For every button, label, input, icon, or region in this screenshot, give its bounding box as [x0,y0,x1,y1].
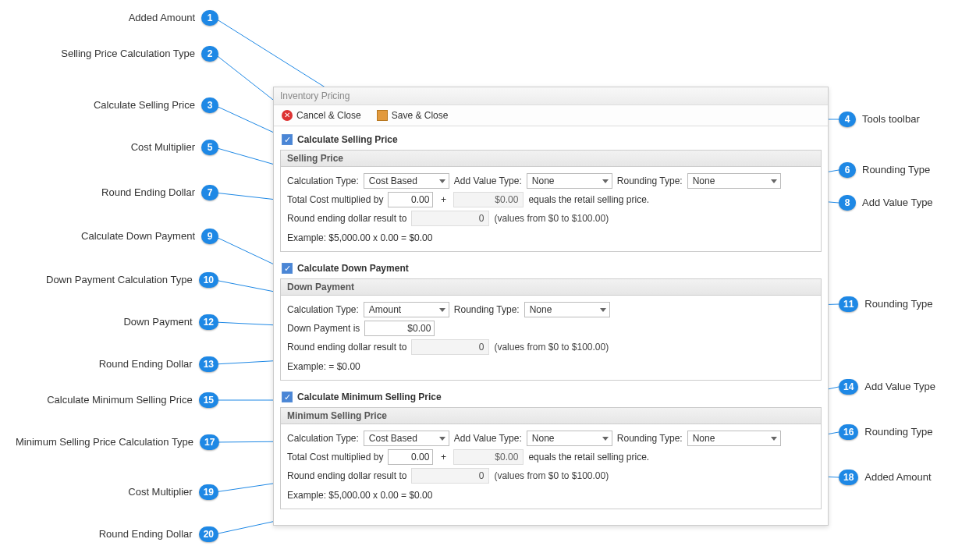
calc-down-payment-label: Calculate Down Payment [297,263,409,274]
sp-mult-tail: equals the retail selling price. [528,194,649,205]
save-close-label: Save & Close [392,110,449,121]
dp-round-ending-input[interactable]: 0 [411,339,489,355]
sp-calc-type-lbl: Calculation Type: [287,175,359,186]
sp-add-val-lbl: Add Value Type: [454,175,522,186]
msp-round-lbl: Round ending dollar result to [287,470,406,481]
calc-selling-price-label: Calculate Selling Price [297,134,398,145]
calc-msp-checkbox[interactable] [282,392,293,402]
tools-toolbar: ✕ Cancel & Close Save & Close [274,105,828,126]
cancel-close-button[interactable]: ✕ Cancel & Close [279,108,364,122]
msp-add-val-lbl: Add Value Type: [454,433,522,444]
sp-example: Example: $5,000.00 x 0.00 = $0.00 [287,228,815,245]
inventory-pricing-window: Inventory Pricing ✕ Cancel & Close Save … [273,87,829,526]
dp-round-type-lbl: Rounding Type: [454,304,520,315]
chevron-down-icon [602,437,609,441]
window-title: Inventory Pricing [274,87,828,105]
callout-5: Cost Multiplier5 [16,140,218,155]
msp-added-amount-input[interactable]: $0.00 [453,449,524,465]
down-payment-header: Down Payment [281,279,821,296]
callout-17: Minimum Selling Price Calculation Type17 [16,434,218,450]
msp-round-type-lbl: Rounding Type: [617,433,683,444]
msp-add-value-select[interactable]: None [527,431,612,446]
sp-added-amount-input[interactable]: $0.00 [453,192,524,207]
sp-round-hint: (values from $0 to $100.00) [494,213,609,224]
callout-4: 4Tools toolbar [839,112,920,127]
sp-round-type-lbl: Rounding Type: [617,175,683,186]
dp-calc-type-select[interactable]: Amount [364,302,449,317]
down-payment-section: Down Payment Calculation Type: Amount Ro… [280,278,822,381]
callout-19: Cost Multiplier19 [16,484,218,500]
chevron-down-icon [602,179,609,183]
cancel-close-label: Cancel & Close [296,110,361,121]
dp-amt-lbl: Down Payment is [287,323,360,334]
calc-msp-label: Calculate Minimum Selling Price [297,392,442,402]
msp-header: Minimum Selling Price [281,408,821,424]
callout-13: Round Ending Dollar13 [16,356,218,372]
msp-rounding-type-select[interactable]: None [687,431,781,446]
callout-9: Calculate Down Payment9 [16,229,218,244]
msp-cost-multiplier-input[interactable]: 0.00 [388,449,433,465]
cancel-icon: ✕ [282,110,293,121]
dp-example: Example: = $0.00 [287,356,815,374]
plus-sign: + [438,194,449,205]
sp-mult-lbl: Total Cost multiplied by [287,194,383,205]
callout-15: Calculate Minimum Selling Price15 [16,392,218,408]
callout-20: Round Ending Dollar20 [16,526,218,542]
selling-price-header: Selling Price [281,151,821,167]
selling-price-section: Selling Price Calculation Type: Cost Bas… [280,150,822,252]
sp-round-ending-input[interactable]: 0 [411,211,489,226]
dp-rounding-type-select[interactable]: None [524,302,610,317]
dp-round-hint: (values from $0 to $100.00) [494,342,609,353]
callout-2: Selling Price Calculation Type2 [16,46,218,62]
callout-14: 14Add Value Type [839,379,935,395]
chevron-down-icon [439,437,445,441]
chevron-down-icon [439,179,445,183]
sp-rounding-type-select[interactable]: None [687,173,781,189]
dp-amount-input[interactable]: $0.00 [364,321,435,336]
msp-calc-type-select[interactable]: Cost Based [364,431,449,446]
calc-down-payment-checkbox[interactable] [282,263,293,274]
dp-round-lbl: Round ending dollar result to [287,342,406,353]
callout-10: Down Payment Calculation Type10 [16,272,218,288]
chevron-down-icon [439,308,445,312]
msp-mult-lbl: Total Cost multiplied by [287,452,383,463]
callout-6: 6Rounding Type [839,162,930,178]
msp-round-hint: (values from $0 to $100.00) [494,470,609,481]
chevron-down-icon [600,308,606,312]
save-close-button[interactable]: Save & Close [374,108,452,122]
content-area: Calculate Selling Price Selling Price Ca… [274,126,828,525]
calc-selling-price-checkbox[interactable] [282,134,293,145]
chevron-down-icon [771,437,777,441]
sp-add-value-select[interactable]: None [527,173,612,189]
sp-cost-multiplier-input[interactable]: 0.00 [388,192,433,207]
callout-8: 8Add Value Type [839,195,933,211]
msp-section: Minimum Selling Price Calculation Type: … [280,407,822,509]
msp-round-ending-input[interactable]: 0 [411,468,489,484]
sp-calc-type-select[interactable]: Cost Based [364,173,449,189]
plus-sign: + [438,452,449,463]
callout-12: Down Payment12 [16,314,218,330]
callout-3: Calculate Selling Price3 [16,97,218,113]
chevron-down-icon [771,179,777,183]
msp-calc-type-lbl: Calculation Type: [287,433,359,444]
msp-example: Example: $5,000.00 x 0.00 = $0.00 [287,485,815,502]
callout-16: 16Rounding Type [839,424,933,440]
callout-18: 18Added Amount [839,470,932,485]
save-icon [377,110,388,121]
msp-mult-tail: equals the retail selling price. [528,452,649,463]
sp-round-lbl: Round ending dollar result to [287,213,406,224]
dp-calc-type-lbl: Calculation Type: [287,304,359,315]
callout-7: Round Ending Dollar7 [16,185,218,200]
callout-11: 11Rounding Type [839,296,933,312]
callout-1: Added Amount1 [16,10,218,26]
